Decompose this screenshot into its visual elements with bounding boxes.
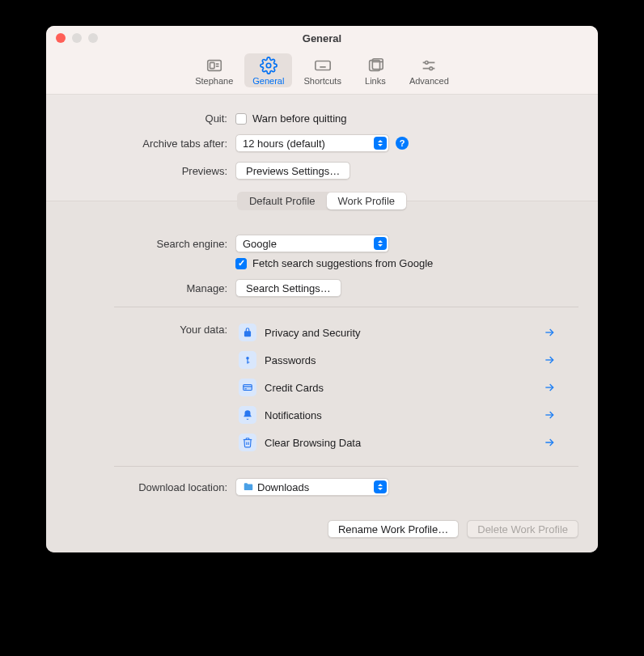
svg-rect-1 [210,62,214,68]
archive-row: Archive tabs after: 12 hours (default) ? [66,134,578,152]
warn-quit-checkbox[interactable]: Warn before quitting [235,112,347,125]
previews-settings-label: Previews Settings… [246,165,340,177]
download-location-value: Downloads [257,481,309,493]
preferences-window: General Stephane General Shortcuts Links… [46,26,598,552]
toolbar-tab-advanced[interactable]: Advanced [401,53,457,87]
toolbar-tab-links[interactable]: Links [353,53,398,87]
close-window-button[interactable] [56,33,66,43]
previews-label: Previews: [66,165,227,177]
keyboard-icon [314,57,332,74]
data-row: Your data: Privacy and Security [66,319,578,456]
data-item-clear-data[interactable]: Clear Browsing Data [235,429,559,456]
key-icon [239,351,256,369]
data-item-label: Credit Cards [265,382,324,394]
checkbox-icon [235,113,247,125]
arrow-right-icon [543,381,556,394]
divider [114,466,578,467]
data-item-label: Passwords [265,354,316,366]
sliders-icon [420,57,438,74]
arrow-right-icon [543,326,556,339]
search-settings-button[interactable]: Search Settings… [235,279,341,297]
search-settings-label: Search Settings… [246,282,331,294]
zoom-window-button[interactable] [88,33,98,43]
minimize-window-button[interactable] [72,33,82,43]
browser-icon [366,57,384,74]
manage-label: Manage: [66,282,227,294]
search-engine-select[interactable]: Google [235,235,389,252]
delete-profile-label: Delete Work Profile [477,523,568,535]
previews-settings-button[interactable]: Previews Settings… [235,162,350,180]
bell-icon [239,406,256,424]
arrow-right-icon [543,408,556,421]
folder-icon [243,481,254,493]
profile-segmented-control: Default Profile Work Profile [237,192,407,210]
preferences-toolbar: Stephane General Shortcuts Links Advance… [46,50,598,95]
window-title: General [303,32,341,44]
data-item-label: Privacy and Security [265,327,361,339]
search-suggestions-checkbox[interactable]: Fetch search suggestions from Google [235,257,433,269]
svg-point-17 [430,67,433,70]
rename-profile-label: Rename Work Profile… [338,523,448,535]
warn-quit-label: Warn before quitting [252,112,347,125]
search-engine-row: Search engine: Google [66,235,578,252]
content-area: Quit: Warn before quitting Archive tabs … [46,95,598,552]
toolbar-tab-label: Stephane [195,76,233,86]
credit-card-icon [239,379,256,396]
footer-buttons: Rename Work Profile… Delete Work Profile [66,520,578,538]
quit-label: Quit: [66,112,227,125]
arrow-right-icon [543,353,556,366]
archive-tabs-select[interactable]: 12 hours (default) [235,134,389,152]
toolbar-tab-stephane[interactable]: Stephane [187,53,241,87]
search-suggestions-label: Fetch search suggestions from Google [252,257,433,269]
toolbar-tab-shortcuts[interactable]: Shortcuts [295,53,349,87]
toolbar-tab-label: Shortcuts [303,76,341,86]
search-suggest-row: Fetch search suggestions from Google [66,257,578,269]
svg-rect-23 [244,385,252,391]
select-stepper-icon [374,237,387,250]
profile-icon [205,57,223,74]
data-item-label: Notifications [265,409,322,421]
download-row: Download location: Downloads [66,478,578,496]
svg-point-4 [266,63,271,68]
divider [114,307,578,307]
quit-row: Quit: Warn before quitting [66,112,578,125]
archive-label: Archive tabs after: [66,138,227,150]
svg-point-16 [426,61,429,65]
segment-default-profile[interactable]: Default Profile [238,193,327,209]
delete-profile-button: Delete Work Profile [467,520,578,538]
archive-tabs-value: 12 hours (default) [243,138,325,150]
toolbar-tab-label: Links [365,76,386,86]
data-item-notifications[interactable]: Notifications [235,401,559,429]
previews-row: Previews: Previews Settings… [66,162,578,180]
gear-icon [260,57,278,74]
window-controls [56,33,98,43]
profile-section: Default Profile Work Profile Search engi… [46,201,598,552]
select-stepper-icon [374,480,387,493]
rename-profile-button[interactable]: Rename Work Profile… [328,520,459,538]
titlebar: General [46,26,598,50]
data-item-label: Clear Browsing Data [265,437,361,449]
archive-help-button[interactable]: ? [396,137,409,150]
search-engine-label: Search engine: [66,238,227,250]
search-engine-value: Google [243,238,277,250]
data-item-privacy[interactable]: Privacy and Security [235,319,559,346]
arrow-right-icon [543,436,556,449]
toolbar-tab-label: Advanced [409,76,449,86]
data-item-passwords[interactable]: Passwords [235,346,559,374]
download-label: Download location: [66,481,227,493]
segment-work-profile[interactable]: Work Profile [327,193,407,209]
trash-icon [239,434,256,451]
svg-rect-20 [247,359,248,364]
toolbar-tab-general[interactable]: General [244,53,292,87]
select-stepper-icon [374,137,387,150]
lock-icon [239,324,256,341]
data-item-credit-cards[interactable]: Credit Cards [235,374,559,401]
checkbox-icon [235,258,247,269]
download-location-select[interactable]: Downloads [235,478,389,496]
toolbar-tab-label: General [252,76,284,86]
svg-rect-5 [315,61,329,70]
svg-rect-21 [247,362,249,362]
manage-row: Manage: Search Settings… [66,279,578,297]
data-label: Your data: [66,319,227,336]
